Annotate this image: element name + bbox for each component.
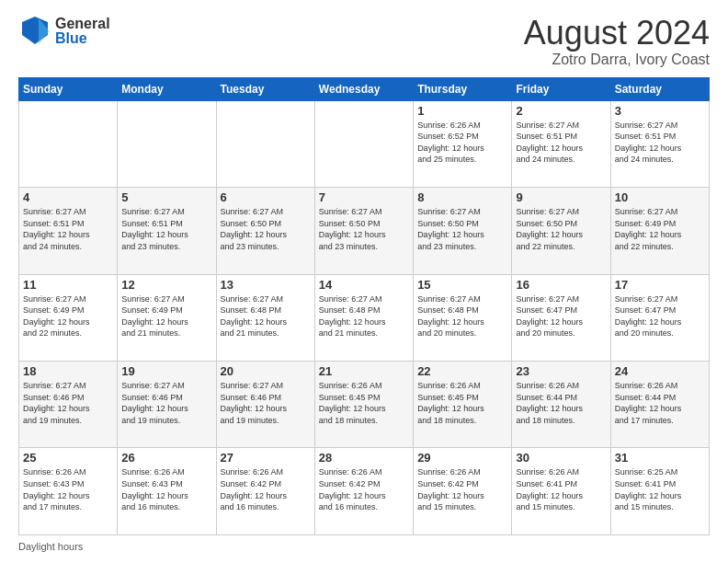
day-info: Sunrise: 6:27 AM Sunset: 6:51 PM Dayligh… [121,206,211,252]
day-number: 20 [221,364,311,378]
calendar-cell: 7Sunrise: 6:27 AM Sunset: 6:50 PM Daylig… [314,188,413,274]
day-info: Sunrise: 6:26 AM Sunset: 6:45 PM Dayligh… [319,380,409,426]
calendar-header-sunday: Sunday [19,77,118,100]
calendar-cell: 30Sunrise: 6:26 AM Sunset: 6:41 PM Dayli… [512,448,610,535]
calendar-cell: 18Sunrise: 6:27 AM Sunset: 6:46 PM Dayli… [19,362,118,448]
calendar-cell: 22Sunrise: 6:26 AM Sunset: 6:45 PM Dayli… [414,362,512,448]
day-info: Sunrise: 6:27 AM Sunset: 6:51 PM Dayligh… [23,206,113,252]
calendar-cell: 19Sunrise: 6:27 AM Sunset: 6:46 PM Dayli… [118,362,216,448]
calendar-cell: 8Sunrise: 6:27 AM Sunset: 6:50 PM Daylig… [414,188,512,274]
calendar-cell: 20Sunrise: 6:27 AM Sunset: 6:46 PM Dayli… [216,362,314,448]
day-info: Sunrise: 6:27 AM Sunset: 6:51 PM Dayligh… [516,120,606,166]
day-number: 26 [121,451,211,465]
day-number: 24 [615,364,705,378]
calendar-cell [216,100,314,187]
day-number: 17 [615,278,705,292]
day-number: 9 [516,190,606,204]
calendar-cell [314,100,413,187]
day-info: Sunrise: 6:26 AM Sunset: 6:42 PM Dayligh… [221,466,311,512]
calendar-header-friday: Friday [512,77,610,100]
day-number: 23 [516,364,606,378]
calendar-cell: 3Sunrise: 6:27 AM Sunset: 6:51 PM Daylig… [610,100,709,187]
header: General Blue August 2024 Zotro Darra, Iv… [18,15,710,68]
calendar-cell: 16Sunrise: 6:27 AM Sunset: 6:47 PM Dayli… [512,274,610,361]
day-number: 25 [23,451,113,465]
calendar-cell: 14Sunrise: 6:27 AM Sunset: 6:48 PM Dayli… [314,274,413,361]
calendar-header-monday: Monday [118,77,216,100]
day-info: Sunrise: 6:26 AM Sunset: 6:42 PM Dayligh… [417,466,507,512]
day-info: Sunrise: 6:27 AM Sunset: 6:49 PM Dayligh… [615,206,705,252]
day-info: Sunrise: 6:27 AM Sunset: 6:50 PM Dayligh… [417,206,507,252]
calendar-cell: 23Sunrise: 6:26 AM Sunset: 6:44 PM Dayli… [512,362,610,448]
day-number: 13 [221,278,311,292]
day-number: 10 [615,190,705,204]
title-block: August 2024 Zotro Darra, Ivory Coast [524,15,710,68]
day-info: Sunrise: 6:25 AM Sunset: 6:41 PM Dayligh… [615,466,705,512]
calendar-cell: 21Sunrise: 6:26 AM Sunset: 6:45 PM Dayli… [314,362,413,448]
day-number: 7 [319,190,409,204]
calendar-cell: 2Sunrise: 6:27 AM Sunset: 6:51 PM Daylig… [512,100,610,187]
day-number: 28 [319,451,409,465]
page: General Blue August 2024 Zotro Darra, Iv… [0,0,728,563]
day-info: Sunrise: 6:26 AM Sunset: 6:45 PM Dayligh… [417,380,507,426]
calendar-cell: 12Sunrise: 6:27 AM Sunset: 6:49 PM Dayli… [118,274,216,361]
day-number: 3 [615,104,705,118]
day-info: Sunrise: 6:27 AM Sunset: 6:51 PM Dayligh… [615,120,705,166]
calendar-week-5: 25Sunrise: 6:26 AM Sunset: 6:43 PM Dayli… [19,448,710,535]
day-number: 12 [121,278,211,292]
day-info: Sunrise: 6:26 AM Sunset: 6:44 PM Dayligh… [516,380,606,426]
day-number: 11 [23,278,113,292]
day-info: Sunrise: 6:27 AM Sunset: 6:50 PM Dayligh… [516,206,606,252]
day-info: Sunrise: 6:27 AM Sunset: 6:46 PM Dayligh… [23,380,113,426]
day-number: 16 [516,278,606,292]
calendar-cell: 11Sunrise: 6:27 AM Sunset: 6:49 PM Dayli… [19,274,118,361]
day-info: Sunrise: 6:27 AM Sunset: 6:46 PM Dayligh… [121,380,211,426]
day-info: Sunrise: 6:27 AM Sunset: 6:48 PM Dayligh… [417,293,507,339]
day-info: Sunrise: 6:27 AM Sunset: 6:47 PM Dayligh… [615,293,705,339]
day-number: 19 [121,364,211,378]
day-number: 30 [516,451,606,465]
day-number: 14 [319,278,409,292]
day-number: 18 [23,364,113,378]
day-number: 8 [417,190,507,204]
day-info: Sunrise: 6:27 AM Sunset: 6:48 PM Dayligh… [221,293,311,339]
day-info: Sunrise: 6:27 AM Sunset: 6:50 PM Dayligh… [221,206,311,252]
day-info: Sunrise: 6:26 AM Sunset: 6:43 PM Dayligh… [121,466,211,512]
day-number: 15 [417,278,507,292]
calendar-cell [118,100,216,187]
day-number: 5 [121,190,211,204]
logo: General Blue [18,15,110,48]
calendar-week-1: 1Sunrise: 6:26 AM Sunset: 6:52 PM Daylig… [19,100,710,187]
day-number: 31 [615,451,705,465]
calendar-cell: 5Sunrise: 6:27 AM Sunset: 6:51 PM Daylig… [118,188,216,274]
calendar-cell: 24Sunrise: 6:26 AM Sunset: 6:44 PM Dayli… [610,362,709,448]
day-number: 2 [516,104,606,118]
calendar-header-thursday: Thursday [414,77,512,100]
calendar-cell: 31Sunrise: 6:25 AM Sunset: 6:41 PM Dayli… [610,448,709,535]
day-number: 27 [221,451,311,465]
calendar-cell: 26Sunrise: 6:26 AM Sunset: 6:43 PM Dayli… [118,448,216,535]
calendar-header-wednesday: Wednesday [314,77,413,100]
day-info: Sunrise: 6:27 AM Sunset: 6:50 PM Dayligh… [319,206,409,252]
day-info: Sunrise: 6:27 AM Sunset: 6:49 PM Dayligh… [121,293,211,339]
day-info: Sunrise: 6:26 AM Sunset: 6:42 PM Dayligh… [319,466,409,512]
calendar-cell: 25Sunrise: 6:26 AM Sunset: 6:43 PM Dayli… [19,448,118,535]
calendar-week-4: 18Sunrise: 6:27 AM Sunset: 6:46 PM Dayli… [19,362,710,448]
calendar-header-saturday: Saturday [610,77,709,100]
calendar-cell: 4Sunrise: 6:27 AM Sunset: 6:51 PM Daylig… [19,188,118,274]
day-info: Sunrise: 6:26 AM Sunset: 6:52 PM Dayligh… [417,120,507,166]
calendar-cell: 17Sunrise: 6:27 AM Sunset: 6:47 PM Dayli… [610,274,709,361]
calendar-cell [19,100,118,187]
day-number: 4 [23,190,113,204]
calendar-table: SundayMondayTuesdayWednesdayThursdayFrid… [18,77,710,535]
day-info: Sunrise: 6:26 AM Sunset: 6:44 PM Dayligh… [615,380,705,426]
day-info: Sunrise: 6:27 AM Sunset: 6:48 PM Dayligh… [319,293,409,339]
calendar-cell: 28Sunrise: 6:26 AM Sunset: 6:42 PM Dayli… [314,448,413,535]
calendar-cell: 13Sunrise: 6:27 AM Sunset: 6:48 PM Dayli… [216,274,314,361]
calendar-header-row: SundayMondayTuesdayWednesdayThursdayFrid… [19,77,710,100]
day-info: Sunrise: 6:27 AM Sunset: 6:46 PM Dayligh… [221,380,311,426]
calendar-cell: 27Sunrise: 6:26 AM Sunset: 6:42 PM Dayli… [216,448,314,535]
calendar-header-tuesday: Tuesday [216,77,314,100]
calendar-cell: 6Sunrise: 6:27 AM Sunset: 6:50 PM Daylig… [216,188,314,274]
footer: Daylight hours [18,541,710,552]
